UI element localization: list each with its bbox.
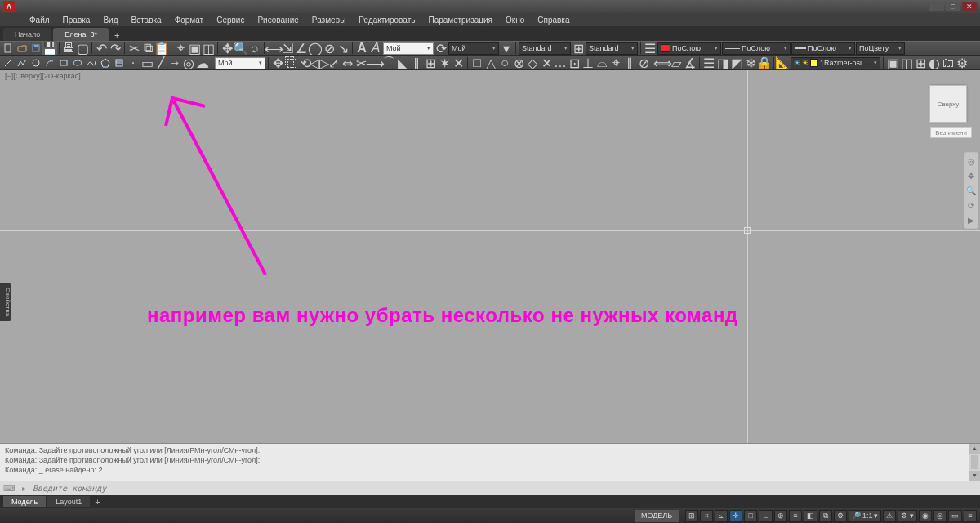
zoom-window-icon[interactable]: ⌕ — [248, 42, 261, 55]
unsaved-view-chip[interactable]: Без имени — [930, 127, 972, 138]
line-icon[interactable] — [2, 56, 15, 69]
move-icon[interactable]: ✥ — [271, 56, 284, 69]
rectangle-icon[interactable] — [57, 56, 70, 69]
status-ortho-icon[interactable]: ⊾ — [715, 510, 728, 522]
save-icon[interactable] — [29, 42, 42, 55]
status-polar-icon[interactable]: ✛ — [729, 510, 742, 522]
layer-off-icon[interactable]: ◩ — [730, 56, 743, 69]
menu-параметризация[interactable]: Параметризация — [421, 13, 499, 26]
status-dyn-icon[interactable]: ⊕ — [774, 510, 787, 522]
explode-icon[interactable]: ✶ — [438, 56, 451, 69]
menu-правка[interactable]: Правка — [56, 13, 97, 26]
viewport2-icon[interactable]: ◫ — [900, 56, 913, 69]
osnap-perp-icon[interactable]: ⊥ — [581, 56, 595, 69]
viewcube[interactable]: Сверху — [929, 85, 967, 123]
linetype-combo[interactable]: ПоСлою▾ — [722, 42, 791, 55]
annotation-scale[interactable]: 🔎 1:1 ▾ — [849, 510, 882, 522]
osnap-mid-icon[interactable]: △ — [484, 56, 497, 69]
dim-aligned-icon[interactable]: ⇲ — [281, 42, 294, 55]
layer-states-icon[interactable]: ☰ — [702, 56, 715, 69]
osnap-ext-icon[interactable]: … — [554, 56, 567, 69]
polyline-icon[interactable] — [16, 56, 29, 69]
status-grid-icon[interactable]: ⊞ — [685, 510, 698, 522]
spline-icon[interactable] — [85, 56, 98, 69]
osnap-quad-icon[interactable]: ◇ — [526, 56, 539, 69]
arc-icon[interactable] — [43, 56, 56, 69]
status-hardware-icon[interactable]: ◉ — [919, 510, 932, 522]
command-run-icon[interactable]: ▸ — [18, 483, 29, 494]
zoom-icon[interactable]: 🔍 — [234, 42, 247, 55]
ray-icon[interactable]: → — [168, 56, 181, 69]
layer-props-icon[interactable]: ☰ — [644, 42, 657, 55]
osnap-near-icon[interactable]: ⌖ — [609, 56, 622, 69]
status-isolate-icon[interactable]: ◎ — [933, 510, 947, 522]
add-layout-button[interactable]: + — [91, 496, 103, 507]
status-workspace-icon[interactable]: ⚙ ▾ — [898, 510, 917, 522]
copy2-icon[interactable]: ⿻ — [285, 56, 298, 69]
dim-linear-icon[interactable]: ⟷ — [267, 42, 280, 55]
revision-cloud-icon[interactable]: ☁ — [196, 56, 209, 69]
status-cleanscreen-icon[interactable]: ▭ — [948, 510, 962, 522]
donut-icon[interactable]: ◎ — [182, 56, 195, 69]
plotstyle-combo[interactable]: ПоЦвету▾ — [856, 42, 905, 55]
dim-radius-icon[interactable]: ◯ — [309, 42, 322, 55]
dim-angular-icon[interactable]: ∠ — [295, 42, 308, 55]
window-minimize-button[interactable]: — — [929, 2, 944, 11]
menu-рисование[interactable]: Рисование — [251, 13, 305, 26]
scroll-up-icon[interactable]: ▲ — [969, 444, 980, 454]
modelspace-button[interactable]: МОДЕЛЬ — [635, 510, 679, 522]
layer-freeze-icon[interactable]: ❄ — [744, 56, 757, 69]
menu-размеры[interactable]: Размеры — [305, 13, 353, 26]
menu-редактировать[interactable]: Редактировать — [352, 13, 421, 26]
render-icon[interactable]: ◐ — [928, 56, 941, 69]
new-tab-button[interactable]: + — [110, 29, 123, 41]
window-close-button[interactable]: ✕ — [962, 2, 977, 11]
viewport-icon[interactable]: ▣ — [886, 56, 899, 69]
print-icon[interactable]: 🖶 — [62, 42, 75, 55]
status-annomonitor-icon[interactable]: ⚠ — [883, 510, 896, 522]
layer-iso-icon[interactable]: ◨ — [716, 56, 729, 69]
cmdlog-scrollbar[interactable]: ▲ ▼ — [969, 444, 980, 481]
measure-area-icon[interactable]: ▱ — [670, 56, 683, 69]
menu-формат[interactable]: Формат — [168, 13, 211, 26]
viewport3-icon[interactable]: ⊞ — [914, 56, 927, 69]
pan-icon[interactable]: ✥ — [220, 42, 234, 55]
scale-icon[interactable]: ⤢ — [327, 56, 340, 69]
text-style-icon[interactable]: A — [369, 42, 382, 55]
menu-справка[interactable]: Справка — [531, 13, 576, 26]
status-customize-icon[interactable]: ≡ — [964, 510, 977, 522]
dim-diameter-icon[interactable]: ⊘ — [323, 42, 336, 55]
layer-color-combo[interactable]: ПоСлою▾ — [657, 42, 721, 55]
current-layer-combo[interactable]: Мой▾ — [215, 57, 265, 69]
menu-окно[interactable]: Окно — [499, 13, 531, 26]
redo-icon[interactable]: ↷ — [109, 42, 122, 55]
lineweight-combo[interactable]: ПоСлою▾ — [791, 42, 855, 55]
menu-вид[interactable]: Вид — [96, 13, 124, 26]
dimstyle-combo[interactable]: ☀☀ 1Razmer-osi▾ — [791, 57, 880, 69]
chamfer-icon[interactable]: ◣ — [396, 56, 409, 69]
plot-preview-icon[interactable]: ▢ — [76, 42, 89, 55]
window-maximize-button[interactable]: □ — [946, 2, 960, 11]
osnap-par-icon[interactable]: ∥ — [623, 56, 636, 69]
offset-icon[interactable]: ‖ — [410, 56, 423, 69]
stretch-icon[interactable]: ⇔ — [341, 56, 354, 69]
sheet-tab[interactable]: Layout1 — [47, 496, 90, 507]
menu-файл[interactable]: Файл — [23, 13, 56, 26]
scroll-thumb[interactable] — [971, 455, 978, 469]
undo-icon[interactable]: ↶ — [95, 42, 108, 55]
viewport-label[interactable]: [−][Сверху][2D-каркас] — [5, 72, 81, 80]
extend-icon[interactable]: ⟶ — [368, 56, 381, 69]
array-icon[interactable]: ⊞ — [424, 56, 437, 69]
standard1-combo[interactable]: Standard▾ — [519, 42, 571, 55]
text-style-combo[interactable]: Мой▾ — [383, 42, 434, 55]
copy-icon[interactable]: ⧉ — [141, 42, 154, 55]
drawing-canvas[interactable]: [−][Сверху][2D-каркас] Сверху Без имени … — [0, 70, 980, 443]
file-tab[interactable]: Начало — [3, 28, 51, 41]
osnap-end-icon[interactable]: □ — [470, 56, 483, 69]
layer-lock-icon[interactable]: 🔒 — [758, 56, 771, 69]
measure-dist-icon[interactable]: ⟺ — [656, 56, 669, 69]
osnap-none-icon[interactable]: ⊘ — [637, 56, 650, 69]
construction-line-icon[interactable]: ╱ — [154, 56, 167, 69]
paste-icon[interactable]: 📋 — [155, 42, 168, 55]
sheet-tab[interactable]: Модель — [3, 496, 46, 507]
